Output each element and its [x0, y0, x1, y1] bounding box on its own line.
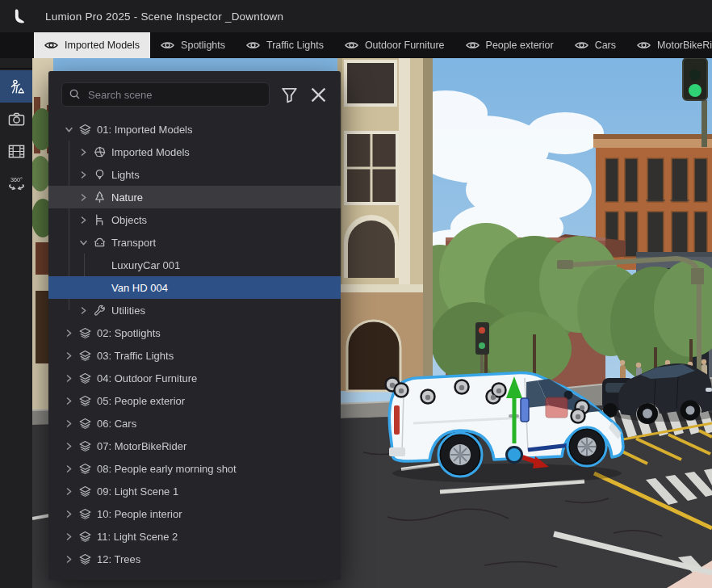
chevron-right-icon[interactable]	[65, 419, 73, 428]
tab-outdoor-furniture[interactable]: Outdoor Furniture	[334, 32, 455, 58]
tree-item-nature[interactable]: Nature	[48, 186, 341, 208]
close-panel-icon[interactable]	[309, 86, 328, 104]
scene-inspector-panel: 01: Imported ModelsImported ModelsLights…	[48, 71, 341, 580]
chevron-right-icon[interactable]	[79, 306, 88, 315]
layer-tab-bar: Imported ModelsSpotlightsTraffic LightsO…	[0, 32, 712, 58]
tab-traffic-lights[interactable]: Traffic Lights	[236, 32, 334, 58]
chevron-right-icon[interactable]	[65, 532, 73, 541]
search-input[interactable]	[61, 82, 270, 107]
tree-item-imported-models[interactable]: Imported Models	[48, 141, 341, 163]
sub-object-highlight	[546, 397, 568, 418]
utilities-icon	[93, 304, 107, 317]
tab-label: Outdoor Furniture	[365, 40, 445, 51]
tree-item-09-light-scene-1[interactable]: 09: Light Scene 1	[48, 480, 341, 502]
eye-icon	[575, 40, 588, 50]
layer-icon	[78, 507, 92, 521]
search-box	[61, 82, 270, 107]
chevron-right-icon[interactable]	[65, 510, 73, 519]
tree-item-utilities[interactable]: Utilities	[48, 299, 341, 321]
layer-icon	[78, 417, 92, 430]
tree-item-luxurycar-001[interactable]: LuxuryCar 001	[48, 254, 341, 276]
tree-item-label: 01: Imported Models	[97, 124, 193, 136]
chevron-down-icon[interactable]	[79, 238, 88, 247]
tree-item-label: Imported Models	[111, 146, 190, 158]
tree-item-label: Van HD 004	[111, 282, 168, 294]
chevron-right-icon[interactable]	[79, 216, 88, 225]
tree-item-label: 11: Light Scene 2	[97, 531, 178, 543]
layer-icon	[78, 439, 92, 453]
chevron-right-icon[interactable]	[65, 555, 73, 564]
camera-icon	[8, 111, 25, 128]
panorama-360-icon: 360°	[6, 175, 27, 192]
chevron-right-icon[interactable]	[65, 464, 73, 473]
tree-item-van-hd-004[interactable]: Van HD 004	[48, 276, 341, 299]
film-icon	[8, 143, 25, 160]
tree-item-06-cars[interactable]: 06: Cars	[48, 412, 341, 435]
tree-item-02-spotlights[interactable]: 02: Spotlights	[48, 321, 341, 344]
tab-label: Spotlights	[181, 40, 225, 51]
tree-item-transport[interactable]: Transport	[48, 231, 341, 254]
chevron-right-icon[interactable]	[65, 351, 73, 360]
tab-motorbikerider[interactable]: MotorBikeRider	[626, 32, 712, 58]
chevron-right-icon[interactable]	[65, 329, 73, 338]
tab-label: Traffic Lights	[266, 40, 324, 51]
layer-icon	[78, 123, 92, 136]
sidebar-build-mode-button[interactable]	[0, 70, 32, 103]
layer-icon	[78, 372, 92, 385]
tree-item-04-outdoor-furniture[interactable]: 04: Outdoor Furniture	[48, 367, 341, 389]
building-cream	[337, 58, 433, 391]
tab-label: Cars	[595, 40, 616, 51]
chevron-right-icon[interactable]	[79, 193, 88, 202]
tab-imported-models[interactable]: Imported Models	[34, 32, 150, 58]
tree-item-label: 09: Light Scene 1	[97, 485, 178, 498]
tree-item-01-imported-models[interactable]: 01: Imported Models	[48, 118, 341, 141]
tree-item-label: 05: People exterior	[97, 395, 185, 407]
tree-item-08-people-early-morning-shot[interactable]: 08: People early morning shot	[48, 457, 341, 480]
edit-handle-pill[interactable]	[521, 398, 529, 422]
tree-item-05-people-exterior[interactable]: 05: People exterior	[48, 389, 341, 412]
tab-label: People exterior	[486, 40, 554, 51]
chevron-right-icon[interactable]	[65, 397, 73, 405]
tree-item-10-people-interior[interactable]: 10: People interior	[48, 502, 341, 525]
objects-icon	[93, 213, 107, 227]
sidebar-panorama-mode-button[interactable]: 360°	[0, 167, 32, 200]
tab-spotlights[interactable]: Spotlights	[150, 32, 236, 58]
filter-icon[interactable]	[280, 86, 299, 104]
lumion-app-window: Lumion Pro 2025 - Scene Inspector _Downt…	[0, 0, 712, 588]
tree-item-07-motorbikerider[interactable]: 07: MotorBikeRider	[48, 435, 341, 457]
chevron-right-icon[interactable]	[65, 487, 73, 496]
layer-icon	[78, 530, 92, 544]
layer-icon	[78, 485, 92, 498]
sidebar-divider	[0, 68, 32, 69]
sidebar-movie-mode-button[interactable]	[0, 135, 32, 167]
tree-item-label: Nature	[111, 191, 143, 204]
layer-icon	[78, 462, 92, 476]
scene-tree: 01: Imported ModelsImported ModelsLights…	[48, 111, 341, 580]
tree-item-label: 03: Traffic Lights	[97, 350, 174, 362]
van-rear-wheel	[438, 433, 482, 477]
tree-item-12-trees[interactable]: 12: Trees	[48, 548, 341, 570]
lumion-logo-icon	[10, 7, 28, 25]
chevron-down-icon[interactable]	[65, 125, 73, 134]
title-bar: Lumion Pro 2025 - Scene Inspector _Downt…	[0, 0, 712, 32]
tab-strip: Imported ModelsSpotlightsTraffic LightsO…	[34, 32, 712, 58]
chevron-right-icon[interactable]	[79, 170, 88, 179]
model-icon	[93, 145, 107, 159]
tree-item-lights[interactable]: Lights	[48, 163, 341, 186]
sidebar-photo-mode-button[interactable]	[0, 103, 32, 135]
tree-item-label: Transport	[111, 237, 156, 249]
tab-label: MotorBikeRider	[657, 40, 712, 51]
tab-people-exterior[interactable]: People exterior	[455, 32, 564, 58]
tree-item-objects[interactable]: Objects	[48, 208, 341, 231]
tab-cars[interactable]: Cars	[564, 32, 626, 58]
tree-item-label: LuxuryCar 001	[111, 259, 180, 271]
layer-icon	[78, 394, 92, 408]
tree-item-11-light-scene-2[interactable]: 11: Light Scene 2	[48, 525, 341, 548]
chevron-right-icon[interactable]	[65, 442, 73, 451]
tree-item-label: 07: MotorBikeRider	[97, 440, 186, 452]
tree-item-label: 04: Outdoor Furniture	[97, 372, 197, 384]
tree-item-03-traffic-lights[interactable]: 03: Traffic Lights	[48, 344, 341, 367]
chevron-right-icon[interactable]	[79, 148, 88, 157]
chevron-right-icon[interactable]	[65, 374, 73, 383]
gizmo-origin-node[interactable]	[507, 447, 522, 463]
